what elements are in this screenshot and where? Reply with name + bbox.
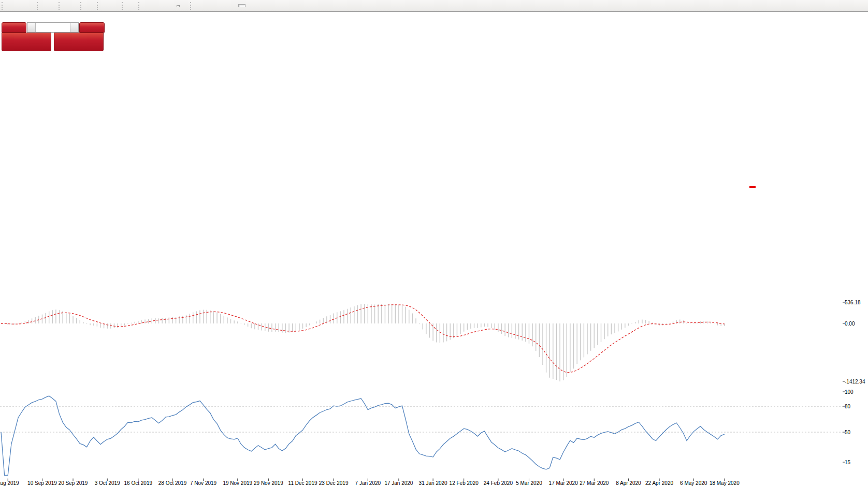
chart-shift-button[interactable] [91, 1, 95, 11]
svg-text:16 Oct 2019: 16 Oct 2019 [124, 480, 153, 486]
svg-text:3 Oct 2019: 3 Oct 2019 [95, 480, 120, 486]
svg-text:Aug 2019: Aug 2019 [0, 480, 19, 486]
volume-control [27, 22, 79, 33]
macd-axis[interactable]: 536.180.00-1412.34 [843, 300, 865, 385]
templates-button[interactable] [114, 1, 120, 11]
toolbar-grip [138, 2, 141, 10]
timeframe-w1[interactable] [245, 4, 253, 7]
line-chart-button[interactable] [52, 1, 56, 11]
mt4-terminal: 536.180.00-1412.34100805015Aug 201910 Se… [0, 0, 868, 487]
svg-text:12 Feb 2020: 12 Feb 2020 [450, 480, 479, 486]
svg-text:17 Jan 2020: 17 Jan 2020 [384, 480, 413, 486]
svg-text:7 Nov 2019: 7 Nov 2019 [190, 480, 217, 486]
svg-text:20 Sep 2019: 20 Sep 2019 [59, 480, 88, 486]
channel-tool-button[interactable] [159, 1, 163, 11]
svg-text:5 Mar 2020: 5 Mar 2020 [516, 480, 542, 486]
timeframe-m30[interactable] [216, 4, 224, 7]
timeframe-m1[interactable] [195, 4, 202, 7]
svg-text:536.18: 536.18 [845, 300, 861, 305]
svg-text:24 Feb 2020: 24 Feb 2020 [484, 480, 513, 486]
sell-button[interactable] [2, 22, 26, 33]
date-axis[interactable]: Aug 201910 Sep 201920 Sep 20193 Oct 2019… [0, 479, 740, 486]
rsi-axis[interactable]: 100805015 [843, 389, 853, 465]
vertical-line-tool-button[interactable] [143, 1, 148, 11]
svg-text:50: 50 [845, 430, 851, 435]
svg-text:23 Dec 2019: 23 Dec 2019 [319, 480, 349, 486]
svg-text:80: 80 [845, 404, 851, 409]
toolbar-grip [59, 2, 61, 10]
timeframe-d1[interactable] [238, 4, 245, 7]
svg-text:0.00: 0.00 [845, 321, 855, 327]
new-order-button[interactable] [7, 1, 12, 11]
timeframe-m5[interactable] [202, 4, 209, 7]
fibonacci-tool-button[interactable] [164, 1, 168, 11]
volume-input[interactable] [36, 23, 70, 32]
buy-button[interactable] [79, 22, 105, 33]
timeframe-h4[interactable] [231, 4, 238, 7]
sell-price-display[interactable] [2, 33, 51, 51]
toolbar-grip [122, 2, 124, 10]
quotes-button[interactable] [13, 1, 18, 11]
svg-text:10 Sep 2019: 10 Sep 2019 [27, 480, 57, 486]
indicators-button[interactable] [102, 1, 107, 11]
periods-button[interactable] [108, 1, 113, 11]
cursor-tool-button[interactable] [127, 1, 131, 11]
svg-text:8 Apr 2020: 8 Apr 2020 [616, 480, 641, 486]
svg-text:7 Jan 2020: 7 Jan 2020 [355, 480, 381, 486]
toolbar-grip [80, 2, 83, 10]
text-tool-button[interactable] [169, 1, 173, 11]
text-label-icon [177, 5, 180, 6]
svg-text:28 Oct 2019: 28 Oct 2019 [158, 480, 187, 486]
svg-text:27 Mar 2020: 27 Mar 2020 [580, 480, 609, 486]
signals-button[interactable] [24, 1, 28, 11]
svg-text:19 Nov 2019: 19 Nov 2019 [223, 480, 252, 486]
chart-canvas[interactable]: 536.180.00-1412.34100805015Aug 201910 Se… [0, 12, 868, 487]
level-price-annotation [749, 186, 756, 188]
macd-pane [1, 304, 725, 381]
svg-text:31 Jan 2020: 31 Jan 2020 [419, 480, 447, 486]
bar-chart-button[interactable] [42, 1, 46, 11]
svg-text:6 May 2020: 6 May 2020 [680, 480, 707, 486]
label-tool-button[interactable] [175, 1, 182, 11]
tile-windows-button[interactable] [74, 1, 78, 11]
buy-price-display[interactable] [54, 33, 104, 51]
svg-text:-1412.34: -1412.34 [845, 379, 865, 385]
market-watch-button[interactable] [19, 1, 23, 11]
svg-text:11 Dec 2019: 11 Dec 2019 [288, 480, 317, 486]
toolbar-grip [37, 2, 39, 10]
chart-window: 536.180.00-1412.34100805015Aug 201910 Se… [0, 12, 868, 487]
toolbar-grip [2, 2, 4, 10]
timeframe-h1[interactable] [224, 4, 231, 7]
zoom-out-button[interactable] [69, 1, 73, 11]
toolbar [0, 0, 868, 12]
crosshair-tool-button[interactable] [132, 1, 136, 11]
svg-text:15: 15 [845, 460, 851, 465]
rsi-pane [0, 396, 843, 475]
auto-scroll-button[interactable] [85, 1, 90, 11]
svg-text:22 Apr 2020: 22 Apr 2020 [645, 480, 673, 486]
one-click-trading-panel [2, 22, 105, 51]
zoom-in-button[interactable] [64, 1, 68, 11]
timeframe-mn[interactable] [253, 4, 260, 7]
horizontal-line-tool-button[interactable] [149, 1, 153, 11]
svg-text:29 Nov 2019: 29 Nov 2019 [254, 480, 283, 486]
svg-text:17 Mar 2020: 17 Mar 2020 [549, 480, 578, 486]
volume-increase-button[interactable] [70, 23, 78, 32]
timeframe-m15[interactable] [209, 4, 216, 7]
toolbar-grip [97, 2, 99, 10]
toolbar-grip [190, 2, 193, 10]
svg-text:18 May 2020: 18 May 2020 [710, 480, 740, 486]
volume-decrease-button[interactable] [27, 23, 36, 32]
svg-text:100: 100 [845, 389, 853, 395]
autotrading-button[interactable] [29, 1, 35, 11]
arrows-tool-button[interactable] [183, 1, 188, 11]
candlestick-chart-button[interactable] [47, 1, 51, 11]
trendline-tool-button[interactable] [154, 1, 158, 11]
